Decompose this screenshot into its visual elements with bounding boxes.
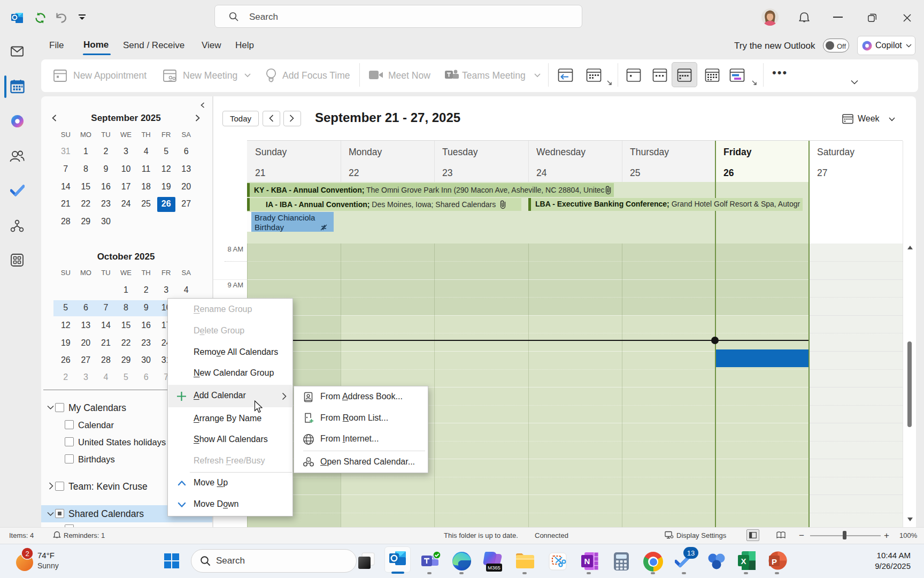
svg-text:13: 13 [687, 549, 695, 557]
svg-text:N: N [584, 557, 590, 566]
svg-text:P: P [772, 557, 777, 566]
svg-text:X: X [741, 557, 746, 566]
svg-text:2: 2 [25, 550, 29, 558]
